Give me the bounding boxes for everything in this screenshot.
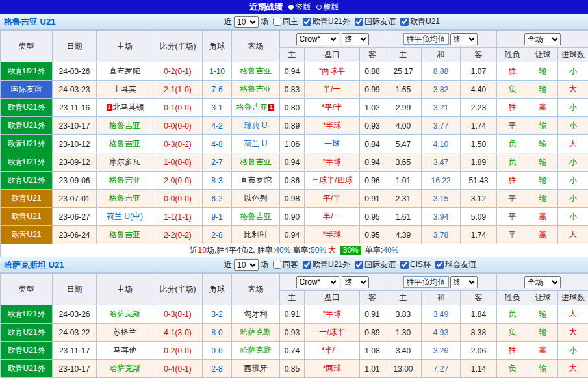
final-odds-select[interactable]: 终 — [342, 276, 369, 288]
away-team-name[interactable]: 格鲁吉亚 — [240, 212, 272, 221]
filter-option-2: 国际友谊 — [355, 16, 396, 27]
corners: 2-7 — [203, 153, 232, 172]
radio-label-horizontal: 横版 — [324, 2, 339, 13]
away-team-name[interactable]: 格鲁吉亚 — [240, 157, 272, 166]
home-team-name[interactable]: 格鲁吉亚 — [109, 121, 140, 130]
filter-checkbox[interactable] — [273, 261, 281, 269]
home-team-name[interactable]: 格鲁吉亚 — [109, 139, 140, 148]
avg-home-win: 1.30 — [385, 324, 422, 342]
recent-results-page: 近期战绩 竖版 横版 格鲁吉亚 U21近10场同主欧青U21外国际友谊欧青U21… — [0, 0, 588, 382]
avg-away-win: 3.12 — [461, 190, 497, 208]
filter-checkbox[interactable] — [400, 18, 409, 26]
match-type-badge: 欧青U21 — [1, 208, 53, 226]
match-row: 国际友谊24-03-23土耳其2-1(1-0)7-6格鲁吉亚0.83半/一0.9… — [1, 81, 588, 99]
summary-part: 场,胜4平4负2, 胜率: — [207, 246, 275, 255]
final-avg-select[interactable]: 终 — [450, 276, 478, 288]
red-card-icon: 1 — [268, 104, 274, 111]
away-team-cell: 格鲁吉亚 — [232, 208, 280, 226]
match-result: 负 — [497, 324, 528, 342]
goals-result: 小 — [558, 190, 588, 208]
avg-away-win: 8.38 — [461, 324, 497, 342]
filter-checkbox[interactable] — [303, 261, 311, 269]
recent-count-select[interactable]: 10 — [234, 259, 259, 271]
goals-result: 小 — [558, 99, 588, 117]
home-team-name[interactable]: 格鲁吉亚 — [109, 194, 140, 203]
filter-checkbox[interactable] — [273, 18, 281, 26]
avg-home-win: 1.01 — [385, 172, 422, 190]
match-result: 胜 — [497, 342, 528, 360]
home-team-name[interactable]: 荷兰 U(中) — [107, 212, 143, 221]
home-team-cell: 哈萨克斯 — [97, 360, 153, 378]
away-team-name[interactable]: 瑞典 U — [244, 121, 268, 130]
avg-home-win: 2.99 — [385, 99, 422, 117]
score: 1-0(0-0) — [153, 153, 203, 172]
column-header: 类型 — [1, 274, 53, 305]
match-result: 胜 — [497, 99, 528, 117]
away-team-name[interactable]: 格鲁吉亚 — [236, 103, 268, 112]
home-odds: 0.90 — [280, 208, 305, 226]
avg-draw: 3.94 — [422, 208, 461, 226]
goals-result: 小 — [558, 172, 588, 190]
handicap: *半球 — [305, 305, 360, 324]
scope-select[interactable]: 全场 — [524, 276, 561, 288]
home-team-name[interactable]: 格鲁吉亚 — [109, 230, 140, 239]
avg-away-win: 4.40 — [461, 81, 497, 99]
odds-company-select[interactable]: Crow* — [296, 33, 339, 45]
filter-checkbox[interactable] — [355, 261, 363, 269]
goals-result: 大 — [558, 81, 588, 99]
match-date: 23-06-24 — [53, 226, 97, 244]
goals-result: 小 — [558, 153, 588, 172]
handicap: 半/一 — [305, 208, 360, 226]
home-odds: 0.93 — [280, 324, 305, 342]
home-team-name[interactable]: 哈萨克斯 — [109, 364, 140, 373]
filter-checkbox[interactable] — [355, 18, 363, 26]
avg-home-win: 4.39 — [385, 226, 422, 244]
away-team-name[interactable]: 荷兰 U — [244, 139, 268, 148]
avg-header: 胜平负均值终 — [385, 31, 497, 48]
goals-result: 大 — [558, 135, 588, 153]
sub-column-header: 和 — [422, 48, 461, 62]
score: 2-1(1-0) — [153, 81, 203, 99]
layout-radio-vertical[interactable]: 竖版 — [288, 2, 311, 13]
match-row: 欧青U21外23-10-17哈萨克斯0-4(0-1)2-8西班牙0.85*两球1… — [1, 360, 588, 378]
home-team-name[interactable]: 哈萨克斯 — [109, 309, 140, 318]
avg-draw: 3.26 — [422, 342, 461, 360]
final-avg-select[interactable]: 终 — [450, 33, 478, 45]
filter-checkbox[interactable] — [435, 261, 444, 269]
final-odds-select[interactable]: 终 — [342, 33, 369, 45]
radio-label-vertical: 竖版 — [296, 2, 311, 13]
away-odds: 0.84 — [360, 135, 385, 153]
summary-part: 近 — [190, 246, 198, 255]
recent-count-select[interactable]: 10 — [234, 16, 259, 28]
away-team-name[interactable]: 格鲁吉亚 — [240, 84, 272, 94]
handicap: 平/半 — [305, 190, 360, 208]
goals-result: 小 — [558, 342, 588, 360]
home-team-name[interactable]: 格鲁吉亚 — [109, 175, 140, 185]
filter-checkbox[interactable] — [400, 261, 409, 269]
team-title[interactable]: 格鲁吉亚 U21 — [4, 16, 55, 28]
match-row: 欧青U21外24-03-22苏格兰4-1(3-0)8-0哈萨克斯0.93一/球半… — [1, 324, 588, 342]
sub-column-header: 让球 — [528, 48, 558, 62]
away-odds: 0.95 — [360, 226, 385, 244]
column-header: 角球 — [203, 31, 232, 62]
match-row: 欧青U21外23-10-17格鲁吉亚0-0(0-0)4-2瑞典 U0.89*半球… — [1, 117, 588, 135]
layout-radio-horizontal[interactable]: 横版 — [316, 2, 339, 13]
scope-select[interactable]: 全场 — [524, 33, 561, 45]
avg-home-win: 4.00 — [385, 117, 422, 135]
away-team-name[interactable]: 格鲁吉亚 — [240, 66, 272, 75]
summary-row: 近10场,胜4平4负2, 胜率:40% 赢率:50% 大 30% 单率:40% — [1, 244, 588, 257]
corners: 3-1 — [203, 99, 232, 117]
filter-option-3: CIS杯 — [400, 259, 431, 270]
handicap-result: 输 — [528, 190, 558, 208]
match-date: 23-09-12 — [53, 153, 97, 172]
home-odds: 0.94 — [280, 62, 305, 81]
away-team-name[interactable]: 哈萨克斯 — [240, 327, 272, 337]
odds-company-select[interactable]: Crow* — [296, 276, 339, 288]
away-team-name[interactable]: 哈萨克斯 — [240, 346, 272, 355]
filter-checkbox[interactable] — [303, 18, 311, 26]
team-title[interactable]: 哈萨克斯坦 U21 — [4, 259, 64, 271]
column-header: 主场 — [97, 274, 153, 305]
sub-column-header: 盘口 — [305, 48, 360, 62]
filter-label: 球会友谊 — [445, 259, 476, 270]
away-team-cell: 瑞典 U — [232, 117, 280, 135]
